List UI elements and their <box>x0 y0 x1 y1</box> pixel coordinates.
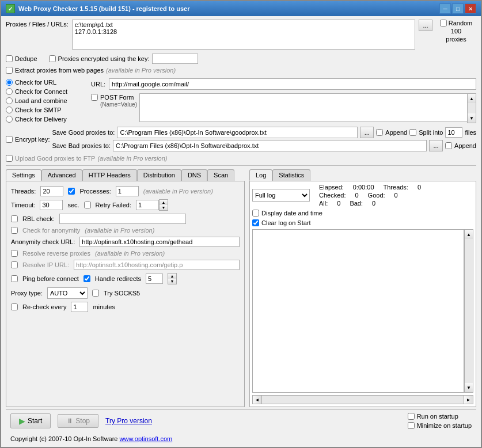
tab-advanced[interactable]: Advanced <box>41 169 82 181</box>
check-delivery-radio[interactable] <box>6 116 13 123</box>
save-good-input[interactable] <box>117 127 358 138</box>
tab-dns[interactable]: DNS <box>181 169 207 181</box>
proxy-type-select[interactable]: AUTO HTTP SOCKS4 SOCKS5 <box>47 287 88 299</box>
anonymity-row: Check for anonymity (available in Pro ve… <box>11 227 240 234</box>
split-checkbox[interactable] <box>409 129 416 136</box>
save-bad-browse-button[interactable]: ... <box>429 140 443 151</box>
post-scrollbar[interactable]: ▲ ▼ <box>467 93 476 123</box>
minimize-startup-checkbox[interactable] <box>408 422 415 429</box>
save-bad-input[interactable] <box>113 140 427 151</box>
encrypt-proxies-checkbox[interactable] <box>49 55 56 62</box>
timeout-input[interactable] <box>40 200 63 210</box>
ftp-checkbox[interactable] <box>6 155 13 162</box>
bad-value: 0 <box>372 200 375 207</box>
dedupe-checkbox[interactable] <box>6 55 13 62</box>
log-threads-label: Threads: <box>384 184 408 191</box>
tab-log[interactable]: Log <box>249 169 272 181</box>
minimize-button[interactable]: ─ <box>439 3 451 14</box>
threads-input[interactable] <box>40 186 63 196</box>
load-combine-label: Load and combine <box>15 97 67 104</box>
checked-value: 0 <box>355 192 358 199</box>
check-connect-radio[interactable] <box>6 88 13 95</box>
clear-log-checkbox[interactable] <box>252 219 259 226</box>
encrypt-key-input[interactable] <box>152 54 198 64</box>
rbl-checkbox[interactable] <box>11 215 18 222</box>
append-good-checkbox[interactable] <box>376 129 383 136</box>
website-link[interactable]: www.optinsoft.com <box>120 435 173 442</box>
log-hscroll-left[interactable]: ◄ <box>253 396 262 404</box>
recheck-checkbox[interactable] <box>11 303 18 310</box>
tab-distribution[interactable]: Distribution <box>137 169 181 181</box>
try-socks5-checkbox[interactable] <box>92 290 99 297</box>
resolve-reverse-checkbox[interactable] <box>11 250 18 257</box>
handle-redirects-input[interactable] <box>146 274 163 284</box>
rbl-input[interactable] <box>59 214 186 224</box>
log-scroll-down[interactable]: ▼ <box>465 383 473 392</box>
resolve-ip-checkbox[interactable] <box>11 261 18 268</box>
processes-input[interactable] <box>116 186 139 196</box>
anonymity-checkbox[interactable] <box>11 227 18 234</box>
check-options: Check for URL Check for Connect Load and… <box>6 78 86 123</box>
resolve-ip-label: Resolve IP URL: <box>22 261 69 268</box>
startup-options: Run on startup Minimize on startup <box>408 412 472 430</box>
save-good-browse-button[interactable]: ... <box>360 127 374 138</box>
split-value-input[interactable] <box>445 127 462 138</box>
append-bad-label: Append <box>454 142 476 149</box>
proxy-type-label: Proxy type: <box>11 290 43 297</box>
proxies-textarea[interactable]: c:\temp\p1.txt 127.0.0.1:3128 <box>72 20 415 50</box>
display-datetime-checkbox[interactable] <box>252 210 259 217</box>
tab-settings[interactable]: Settings <box>6 169 41 181</box>
handle-redirects-checkbox[interactable] <box>84 275 90 282</box>
retry-input[interactable] <box>136 200 159 210</box>
load-combine-radio[interactable] <box>6 97 13 104</box>
retry-up-btn[interactable]: ▲ <box>160 200 168 205</box>
append-bad-checkbox[interactable] <box>445 142 452 149</box>
tab-scan[interactable]: Scan <box>207 169 234 181</box>
timeout-row: Timeout: sec. Retry Failed: ▲ ▼ <box>11 199 240 211</box>
scroll-up-arrow[interactable]: ▲ <box>468 94 476 103</box>
resolve-ip-input[interactable] <box>74 260 240 270</box>
redirect-spinner[interactable]: ▲ ▼ <box>168 273 177 284</box>
random-checkbox[interactable] <box>440 20 447 26</box>
maximize-button[interactable]: □ <box>452 3 464 14</box>
start-button[interactable]: ▶ Start <box>10 413 51 428</box>
log-vscrollbar[interactable]: ▲ ▼ <box>464 229 473 393</box>
display-datetime-row: Display date and time <box>252 209 473 217</box>
check-url-radio[interactable] <box>6 79 13 86</box>
encrypt-key-checkbox[interactable] <box>6 136 13 143</box>
anonymity-url-input[interactable] <box>79 237 240 247</box>
tab-http-headers[interactable]: HTTP Headers <box>82 169 137 181</box>
log-scroll-up[interactable]: ▲ <box>465 230 473 239</box>
retry-down-btn[interactable]: ▼ <box>160 205 168 210</box>
log-area[interactable] <box>252 229 464 393</box>
log-scroll-track <box>465 239 473 383</box>
split-label: Split into <box>419 129 443 136</box>
retry-checkbox[interactable] <box>84 202 91 208</box>
processes-checkbox[interactable] <box>68 188 75 195</box>
good-label: Good: <box>368 192 385 199</box>
browse-proxies-button[interactable]: ... <box>419 20 432 31</box>
log-hscrollbar[interactable]: ◄ ► <box>252 395 473 404</box>
check-delivery-label: Check for Delivery <box>15 116 67 123</box>
copyright-bar: Copyright (c) 2007-10 Opt-In Software ww… <box>6 434 476 443</box>
post-textarea[interactable] <box>139 93 476 122</box>
run-startup-checkbox[interactable] <box>408 413 415 420</box>
stop-button[interactable]: ⏸ Stop <box>58 414 98 428</box>
check-delivery-row: Check for Delivery <box>6 115 86 123</box>
scroll-down-arrow[interactable]: ▼ <box>468 113 476 123</box>
redirect-down-btn[interactable]: ▼ <box>168 279 176 284</box>
check-smtp-radio[interactable] <box>6 107 13 113</box>
tab-statistics[interactable]: Statistics <box>272 169 310 181</box>
redirect-up-btn[interactable]: ▲ <box>168 274 176 279</box>
close-button[interactable]: ✕ <box>465 3 476 14</box>
recheck-input[interactable] <box>71 302 88 312</box>
retry-spinner[interactable]: ▲ ▼ <box>159 199 168 211</box>
log-type-select[interactable]: Full log Good only Bad only <box>252 189 310 202</box>
ping-checkbox[interactable] <box>11 275 18 282</box>
log-hscroll-right[interactable]: ► <box>464 396 473 404</box>
url-input[interactable] <box>109 78 476 90</box>
extract-checkbox[interactable] <box>6 67 13 74</box>
try-pro-link[interactable]: Try Pro version <box>105 417 152 425</box>
window-controls: ─ □ ✕ <box>439 3 476 14</box>
post-checkbox[interactable] <box>91 94 98 101</box>
